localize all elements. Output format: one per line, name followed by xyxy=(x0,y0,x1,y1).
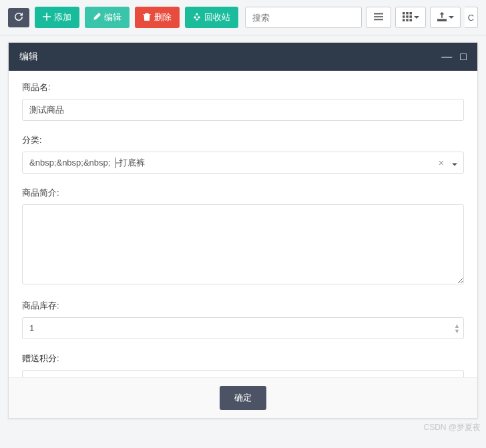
stock-input[interactable] xyxy=(22,317,464,339)
panel-window-controls: — □ xyxy=(441,51,467,62)
panel-header: 编辑 — □ xyxy=(9,43,477,71)
edit-panel: 编辑 — □ 商品名: 分类: × 商品简介: 商品库存: xyxy=(8,42,478,419)
export-button[interactable] xyxy=(430,7,461,28)
view-list-button[interactable] xyxy=(366,7,391,28)
name-label: 商品名: xyxy=(22,81,464,93)
intro-textarea[interactable] xyxy=(22,204,464,284)
chevron-down-icon[interactable] xyxy=(452,158,457,168)
form-group-category: 分类: × xyxy=(22,134,464,174)
list-icon xyxy=(374,12,383,23)
stock-stepper[interactable]: ▲▼ xyxy=(454,324,460,333)
category-select[interactable] xyxy=(22,152,464,174)
watermark: CSDN @梦夏夜 xyxy=(423,422,481,433)
chevron-down-icon xyxy=(449,16,454,19)
add-button-label: 添加 xyxy=(54,11,71,23)
pencil-icon xyxy=(93,13,101,23)
top-toolbar: 添加 编辑 删除 回收站 C xyxy=(0,0,486,35)
recycle-icon xyxy=(193,13,201,23)
chevron-down-icon: ▼ xyxy=(454,329,460,333)
export-icon xyxy=(437,12,447,23)
search-input[interactable] xyxy=(245,7,362,28)
category-label: 分类: xyxy=(22,134,464,146)
add-button[interactable]: 添加 xyxy=(35,7,79,28)
points-label: 赠送积分: xyxy=(22,353,464,365)
trash-icon xyxy=(143,13,151,23)
intro-label: 商品简介: xyxy=(22,187,464,199)
grid-icon xyxy=(403,12,412,23)
plus-icon xyxy=(43,13,51,23)
clear-icon[interactable]: × xyxy=(439,158,444,168)
view-grid-button[interactable] xyxy=(395,7,426,28)
recycle-button[interactable]: 回收站 xyxy=(185,7,238,28)
toolbar-right: C xyxy=(245,7,478,28)
panel-title: 编辑 xyxy=(19,51,38,63)
more-button[interactable]: C xyxy=(465,7,478,28)
minimize-icon[interactable]: — xyxy=(441,51,452,62)
form-group-name: 商品名: xyxy=(22,81,464,121)
maximize-icon[interactable]: □ xyxy=(460,51,467,62)
delete-button[interactable]: 删除 xyxy=(135,7,180,28)
name-input[interactable] xyxy=(22,99,464,121)
edit-button-label: 编辑 xyxy=(104,11,121,23)
refresh-button[interactable] xyxy=(8,8,29,27)
form-group-intro: 商品简介: xyxy=(22,187,464,286)
recycle-button-label: 回收站 xyxy=(204,11,230,23)
form-group-stock: 商品库存: ▲▼ xyxy=(22,300,464,339)
chevron-down-icon xyxy=(414,16,419,19)
panel-body: 商品名: 分类: × 商品简介: 商品库存: ▲▼ 赠送积分: xyxy=(9,71,477,418)
panel-footer: 确定 xyxy=(9,377,477,418)
stock-label: 商品库存: xyxy=(22,300,464,312)
delete-button-label: 删除 xyxy=(154,11,172,23)
refresh-icon xyxy=(15,13,23,23)
edit-button[interactable]: 编辑 xyxy=(85,7,130,28)
ok-button[interactable]: 确定 xyxy=(220,386,266,410)
more-icon: C xyxy=(468,13,474,23)
